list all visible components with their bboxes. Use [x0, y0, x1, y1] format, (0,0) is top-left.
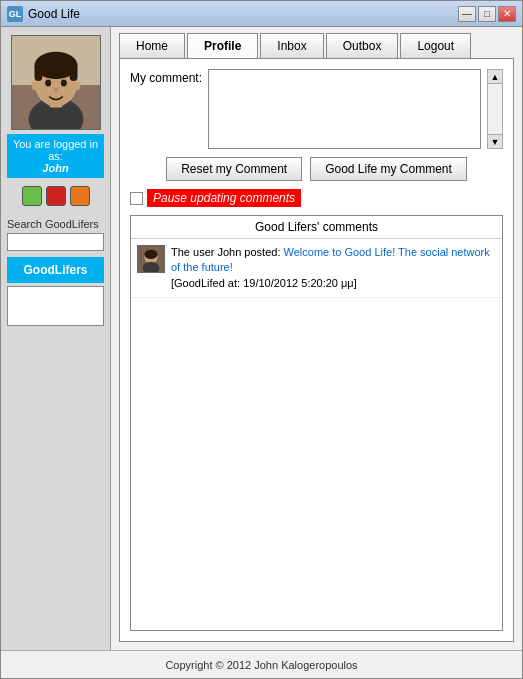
main-area: You are logged in as: John Search GoodLi… — [1, 27, 522, 650]
color-green[interactable] — [22, 186, 42, 206]
tab-logout[interactable]: Logout — [400, 33, 471, 58]
comment-label: My comment: — [130, 71, 202, 85]
comment-row: My comment: ▲ ▼ — [130, 69, 503, 149]
reset-comment-button[interactable]: Reset my Comment — [166, 157, 302, 181]
window-controls: — □ ✕ — [458, 6, 516, 22]
comment-text-main: The user John posted: — [171, 246, 284, 258]
svg-point-15 — [145, 250, 158, 259]
pause-label: Pause updating comments — [147, 189, 301, 207]
nav-tabs: Home Profile Inbox Outbox Logout — [111, 27, 522, 58]
close-button[interactable]: ✕ — [498, 6, 516, 22]
app-icon: GL — [7, 6, 23, 22]
username-display: John — [11, 162, 100, 174]
footer: Copyright © 2012 John Kalogeropoulos — [1, 650, 522, 678]
textarea-scrollbar: ▲ ▼ — [487, 69, 503, 149]
minimize-button[interactable]: — — [458, 6, 476, 22]
logged-in-box: You are logged in as: John — [7, 134, 104, 178]
svg-point-11 — [31, 80, 37, 90]
tab-home[interactable]: Home — [119, 33, 185, 58]
search-label: Search GoodLifers — [7, 218, 104, 230]
title-bar: GL Good Life — □ ✕ — [1, 1, 522, 27]
svg-rect-7 — [69, 63, 77, 81]
sidebar: You are logged in as: John Search GoodLi… — [1, 27, 111, 650]
search-input[interactable] — [7, 233, 104, 251]
right-panel: Home Profile Inbox Outbox Logout My comm… — [111, 27, 522, 650]
comment-timestamp: [GoodLifed at: 19/10/2012 5:20:20 μμ] — [171, 277, 357, 289]
color-options — [22, 186, 90, 206]
tab-inbox[interactable]: Inbox — [260, 33, 323, 58]
action-buttons: Reset my Comment Good Life my Comment — [130, 157, 503, 181]
goodlife-comment-button[interactable]: Good Life my Comment — [310, 157, 467, 181]
tab-outbox[interactable]: Outbox — [326, 33, 399, 58]
color-orange[interactable] — [70, 186, 90, 206]
comments-title: Good Lifers' comments — [131, 216, 502, 239]
goodlifers-list[interactable] — [7, 286, 104, 326]
svg-point-8 — [45, 80, 51, 87]
goodlifers-button[interactable]: GoodLifers — [7, 257, 104, 283]
logged-in-label: You are logged in as: — [11, 138, 100, 162]
svg-point-12 — [74, 80, 80, 90]
comments-panel: Good Lifers' comments The — [130, 215, 503, 631]
pause-checkbox[interactable] — [130, 192, 143, 205]
color-red[interactable] — [46, 186, 66, 206]
tab-profile[interactable]: Profile — [187, 33, 258, 58]
svg-point-10 — [54, 88, 58, 91]
window-title: Good Life — [28, 7, 458, 21]
svg-point-9 — [60, 80, 66, 87]
maximize-button[interactable]: □ — [478, 6, 496, 22]
comment-textarea[interactable] — [208, 69, 481, 149]
comment-avatar — [137, 245, 165, 273]
pause-row: Pause updating comments — [130, 189, 503, 207]
comment-text: The user John posted: Welcome to Good Li… — [171, 245, 496, 291]
footer-text: Copyright © 2012 John Kalogeropoulos — [165, 659, 357, 671]
user-photo — [11, 35, 101, 130]
scroll-up-icon[interactable]: ▲ — [488, 70, 502, 84]
scroll-down-icon[interactable]: ▼ — [488, 134, 502, 148]
main-window: GL Good Life — □ ✕ — [0, 0, 523, 679]
content-area: My comment: ▲ ▼ Reset my Comment Good Li… — [119, 58, 514, 642]
comment-item: The user John posted: Welcome to Good Li… — [131, 239, 502, 298]
svg-rect-6 — [34, 63, 42, 81]
